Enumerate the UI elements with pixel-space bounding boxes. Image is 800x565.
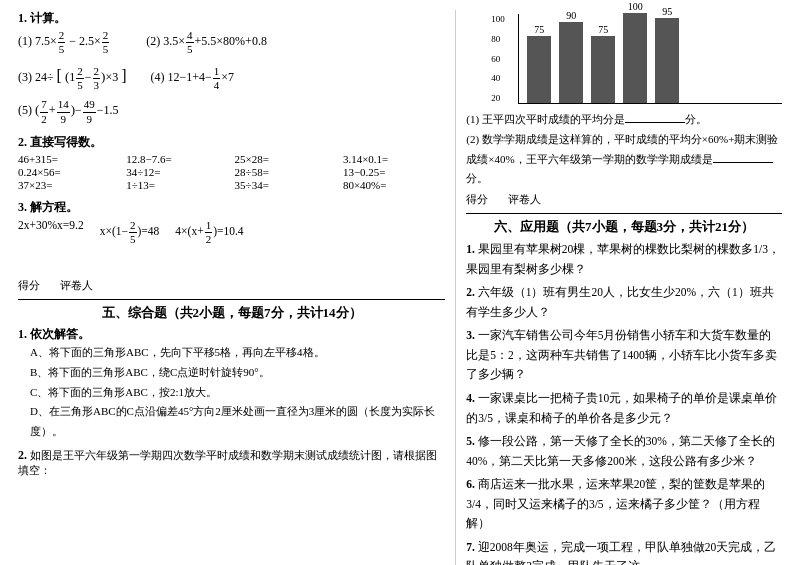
app-q4-num: 4.: [466, 392, 475, 404]
comp-q1-label: 1. 依次解答。: [18, 327, 90, 341]
app-q2: 2. 六年级（1）班有男生20人，比女生少20%，六（1）班共有学生多少人？: [466, 283, 782, 322]
left-column: 1. 计算。 (1) 7.5×25 − 2.5×25 (2) 3.5×45+5.…: [18, 10, 445, 565]
eq2: x×(1−25)=48: [100, 219, 160, 246]
bar-5: 95: [655, 6, 679, 103]
calc-label: 1. 计算。: [18, 11, 66, 25]
dc11: 35÷34=: [235, 179, 337, 191]
frac2: 25: [102, 29, 110, 56]
dc2: 12.8−7.6=: [126, 153, 228, 165]
frac1: 25: [58, 29, 66, 56]
frac-eq3: 12: [205, 219, 213, 246]
dc10: 1÷13=: [126, 179, 228, 191]
dc6: 34÷12=: [126, 166, 228, 178]
blank2: [713, 162, 773, 163]
dc7: 28÷58=: [235, 166, 337, 178]
app-questions: 1. 果园里有苹果树20棵，苹果树的棵数比梨树的棵数多1/3，果园里有梨树多少棵…: [466, 240, 782, 565]
chart-q1: (1) 王平四次平时成绩的平均分是分。: [466, 110, 782, 130]
bar3-rect: [591, 36, 615, 103]
frac3: 45: [186, 29, 194, 56]
app-q7-num: 7.: [466, 541, 475, 553]
blank1: [625, 122, 685, 123]
bar4-val: 100: [628, 1, 643, 12]
app-q1-num: 1.: [466, 243, 475, 255]
section-calculate: 1. 计算。 (1) 7.5×25 − 2.5×25 (2) 3.5×45+5.…: [18, 10, 445, 126]
y-axis: 100 80 60 40 20: [491, 14, 505, 103]
y20: 20: [491, 93, 505, 103]
dc9: 37×23=: [18, 179, 120, 191]
bar3-val: 75: [598, 24, 608, 35]
app-q2-num: 2.: [466, 286, 475, 298]
section-direct: 2. 直接写得数。 46+315= 12.8−7.6= 25×28= 3.14×…: [18, 134, 445, 191]
frac5: 23: [93, 65, 101, 92]
section6-header: 六、应用题（共7小题，每题3分，共计21分）: [466, 213, 782, 236]
comp-q1: 1. 依次解答。 A、将下面的三角形ABC，先向下平移5格，再向左平移4格。 B…: [18, 326, 445, 442]
calc-q3: (3) 24÷ [ (125−23)×3 ] (4) 12−1+4−14×7: [18, 62, 445, 92]
chart-q2: (2) 数学学期成绩是这样算的，平时成绩的平均分×60%+期末测验成绩×40%，…: [466, 130, 782, 189]
step-d: D、在三角形ABC的C点沿偏差45°方向2厘米处画一直径为3厘米的圆（长度为实际…: [30, 402, 445, 442]
eq3: 4×(x+12)=10.4: [175, 219, 243, 246]
bar-chart-container: 100 80 60 40 20 75 90: [466, 14, 782, 104]
section-application: 得分 评卷人 六、应用题（共7小题，每题3分，共计21分） 1. 果园里有苹果树…: [466, 192, 782, 565]
bar2-rect: [559, 22, 583, 103]
y80: 80: [491, 34, 505, 44]
app-q6: 6. 商店运来一批水果，运来苹果20筐，梨的筐数是苹果的3/4，同时又运来橘子的…: [466, 475, 782, 534]
reviewer-line1: 得分 评卷人: [18, 278, 445, 293]
step-b: B、将下面的三角形ABC，绕C点逆时针旋转90°。: [30, 363, 445, 383]
app-q7: 7. 迎2008年奥运，完成一项工程，甲队单独做20天完成，乙队单独做整3完成，…: [466, 538, 782, 565]
direct-calc: 46+315= 12.8−7.6= 25×28= 3.14×0.1= 0.24×…: [18, 153, 445, 191]
y40: 40: [491, 73, 505, 83]
app-q5: 5. 修一段公路，第一天修了全长的30%，第二天修了全长的40%，第二天比第一天…: [466, 432, 782, 471]
frac8: 149: [57, 98, 70, 125]
comp-q1-steps: A、将下面的三角形ABC，先向下平移5格，再向左平移4格。 B、将下面的三角形A…: [30, 343, 445, 442]
dc5: 0.24×56=: [18, 166, 120, 178]
bar-3: 75: [591, 24, 615, 103]
bar4-rect: [623, 13, 647, 103]
bar-2: 90: [559, 10, 583, 103]
step-c: C、将下面的三角形ABC，按2:1放大。: [30, 383, 445, 403]
frac7: 72: [40, 98, 48, 125]
bar1-val: 75: [534, 24, 544, 35]
dc4: 3.14×0.1=: [343, 153, 445, 165]
bar2-val: 90: [566, 10, 576, 21]
score-label2: 得分: [466, 192, 488, 207]
frac9: 499: [83, 98, 96, 125]
chart-questions: (1) 王平四次平时成绩的平均分是分。 (2) 数学学期成绩是这样算的，平时成绩…: [466, 110, 782, 189]
section-comprehensive: 得分 评卷人 五、综合题（共2小题，每题7分，共计14分） 1. 依次解答。 A…: [18, 278, 445, 478]
dc1: 46+315=: [18, 153, 120, 165]
reviewer-line2: 得分 评卷人: [466, 192, 782, 207]
page: 1. 计算。 (1) 7.5×25 − 2.5×25 (2) 3.5×45+5.…: [0, 0, 800, 565]
calc-q5: (5) (72+149)−499−1.5: [18, 98, 445, 125]
comp-q2-text: 如图是王平六年级第一学期四次数学平时成绩和数学期末测试成绩统计图，请根据图填空：: [18, 449, 437, 476]
frac6: 14: [213, 65, 221, 92]
bar-4: 100: [623, 1, 647, 103]
app-q1: 1. 果园里有苹果树20棵，苹果树的棵数比梨树的棵数多1/3，果园里有梨树多少棵…: [466, 240, 782, 279]
step-a: A、将下面的三角形ABC，先向下平移5格，再向左平移4格。: [30, 343, 445, 363]
bar-1: 75: [527, 24, 551, 103]
bar1-rect: [527, 36, 551, 103]
app-q3: 3. 一家汽车销售公司今年5月份销售小轿车和大货车数量的比是5：2，这两种车共销…: [466, 326, 782, 385]
section5-header: 五、综合题（共2小题，每题7分，共计14分）: [18, 299, 445, 322]
comp-q2: 2. 如图是王平六年级第一学期四次数学平时成绩和数学期末测试成绩统计图，请根据图…: [18, 448, 445, 478]
reviewer-label1: 评卷人: [60, 278, 93, 293]
eq-label: 3. 解方程。: [18, 200, 78, 214]
dc8: 13−0.25=: [343, 166, 445, 178]
bar-chart: 100 80 60 40 20 75 90: [518, 14, 782, 104]
dc12: 80×40%=: [343, 179, 445, 191]
comp-q2-label: 2.: [18, 448, 30, 462]
y100: 100: [491, 14, 505, 24]
eq1: 2x+30%x=9.2: [18, 219, 84, 246]
score-label1: 得分: [18, 278, 40, 293]
dc3: 25×28=: [235, 153, 337, 165]
frac4: 25: [76, 65, 84, 92]
app-q5-num: 5.: [466, 435, 475, 447]
right-column: 100 80 60 40 20 75 90: [455, 10, 782, 565]
app-q6-num: 6.: [466, 478, 475, 490]
bar5-rect: [655, 18, 679, 103]
reviewer-label2: 评卷人: [508, 192, 541, 207]
app-q3-num: 3.: [466, 329, 475, 341]
app-q4: 4. 一家课桌比一把椅子贵10元，如果椅子的单价是课桌单价的3/5，课桌和椅子的…: [466, 389, 782, 428]
y60: 60: [491, 54, 505, 64]
direct-label: 2. 直接写得数。: [18, 135, 102, 149]
section-equations: 3. 解方程。 2x+30%x=9.2 x×(1−25)=48 4×(x+12)…: [18, 199, 445, 270]
bar5-val: 95: [662, 6, 672, 17]
